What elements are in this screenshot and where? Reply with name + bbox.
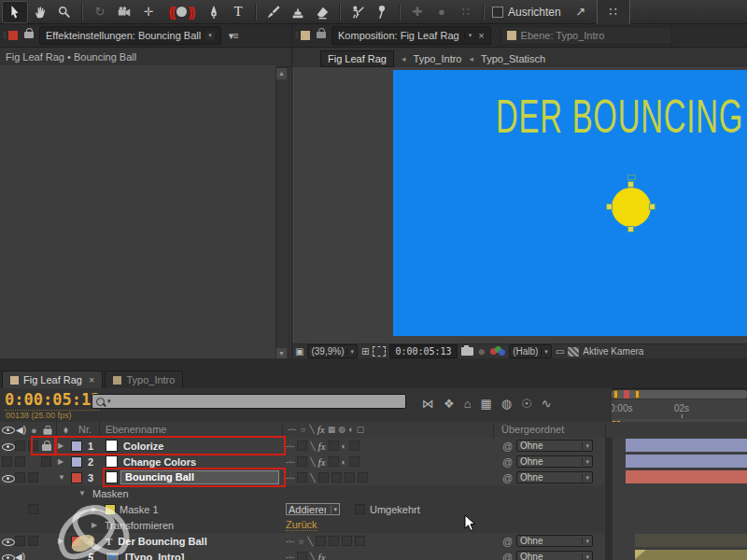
layer-track[interactable] xyxy=(605,454,747,469)
parent-dropdown[interactable]: Ohne▾ xyxy=(516,471,593,483)
show-snapshot-icon[interactable]: ☻ xyxy=(477,346,487,357)
threed-toggle[interactable] xyxy=(349,441,359,451)
draft-3d-icon[interactable]: ❖ xyxy=(444,397,455,411)
channel-icon[interactable] xyxy=(490,346,505,357)
visibility-eye-icon[interactable] xyxy=(2,554,15,560)
label-color-swatch[interactable] xyxy=(71,536,82,547)
number-column-label[interactable]: Nr. xyxy=(78,424,92,435)
timeline-search-input[interactable]: ▾ xyxy=(92,394,406,409)
effects-scrollbar[interactable]: ▲ ▼ xyxy=(275,67,289,360)
pan-behind-tool-icon[interactable]: ✛ xyxy=(136,2,161,22)
visibility-eye-icon[interactable] xyxy=(2,443,15,451)
frame-blend-toggle[interactable] xyxy=(329,536,339,546)
solo-toggle[interactable] xyxy=(28,536,38,546)
fx-icon[interactable]: fx xyxy=(318,441,326,452)
collapse-arrow-icon[interactable]: ▼ xyxy=(58,473,65,482)
quality-icon[interactable]: ╲ xyxy=(309,425,314,434)
transform-group-row[interactable]: ▶ Transformieren Zurück xyxy=(0,517,747,534)
panel-unlock-icon[interactable] xyxy=(317,32,326,39)
quality-icon[interactable]: ╲ xyxy=(310,473,315,483)
brush-tool-icon[interactable] xyxy=(261,2,286,22)
shy-icon[interactable]: -◦- xyxy=(288,425,296,434)
parent-dropdown[interactable]: Ohne▾ xyxy=(516,535,593,547)
quality-icon[interactable]: ╲ xyxy=(310,553,315,560)
shy-icon[interactable]: -◦- xyxy=(286,457,294,467)
layer-tab[interactable]: Ebene: Typo_Intro xyxy=(500,26,672,45)
breadcrumb-current[interactable]: Fig Leaf Rag xyxy=(320,50,394,67)
collapse-sun-icon[interactable]: ☼ xyxy=(299,425,306,434)
navigator-end-handle[interactable] xyxy=(635,390,640,399)
region-of-interest-icon[interactable] xyxy=(373,346,386,357)
fx-toggle[interactable] xyxy=(318,472,329,483)
expand-arrow-icon[interactable]: ▶ xyxy=(58,537,63,545)
ausrichten-checkbox[interactable] xyxy=(492,7,503,18)
fx-icon[interactable]: fx xyxy=(318,456,326,468)
tab-close-icon[interactable]: × xyxy=(89,374,94,385)
roto-brush-tool-icon[interactable] xyxy=(345,2,370,22)
quality-icon[interactable]: ╲ xyxy=(310,457,315,467)
mask-invert-checkbox[interactable] xyxy=(355,504,365,514)
layer-track[interactable] xyxy=(605,549,747,560)
mask-name[interactable]: Maske 1 xyxy=(120,501,159,517)
frame-blend-icon[interactable]: ▦ xyxy=(328,425,336,434)
eraser-tool-icon[interactable] xyxy=(310,2,334,22)
timeline-tab-active[interactable]: Fig Leaf Rag × xyxy=(2,371,103,388)
effect-controls-tab[interactable]: Effekteinstellungen: Bouncing Ball ▾ xyxy=(39,26,221,45)
masks-group-row[interactable]: ▼ Masken xyxy=(0,485,747,502)
mask-visibility-toggle[interactable] xyxy=(28,504,38,514)
graph-editor-icon[interactable]: ∿ xyxy=(542,397,552,411)
frame-blend-icon[interactable]: ▦ xyxy=(481,397,492,411)
pick-whip-icon[interactable]: @ xyxy=(502,438,513,454)
shy-icon[interactable]: -◦- xyxy=(286,537,294,546)
panel-grip-icon[interactable]: ⁞⁞ xyxy=(295,31,298,40)
time-ruler[interactable]: 0:00s 02s xyxy=(612,399,747,420)
layer-name[interactable]: Change Colors xyxy=(123,456,196,468)
layer-track[interactable] xyxy=(605,469,747,485)
adjustment-icon[interactable]: ◐ xyxy=(342,441,346,451)
visibility-eye-icon[interactable] xyxy=(2,475,15,483)
tab-close-icon[interactable]: × xyxy=(478,30,484,41)
ellipse-tool-icon[interactable]: (( )) xyxy=(161,2,202,22)
parent-column-label[interactable]: Übergeordnet xyxy=(501,424,564,435)
hide-shy-icon[interactable]: ⌂ xyxy=(464,397,472,411)
fx-icon[interactable]: fx xyxy=(318,552,326,560)
rotate-tool-icon[interactable]: ↻ xyxy=(88,2,112,22)
panel-lock-icon[interactable] xyxy=(24,32,34,39)
always-preview-icon[interactable]: ▣ xyxy=(295,346,303,357)
current-timecode[interactable]: 0:00:05:13 xyxy=(5,390,100,411)
transparency-grid-icon[interactable] xyxy=(568,347,579,357)
audio-column-speaker-icon[interactable]: ◀) xyxy=(16,425,26,435)
audio-toggle[interactable] xyxy=(15,536,25,546)
layer-row-4[interactable]: ▶ 4 TDer Bouncing Ball -◦-☼╲ @ Ohne▾ xyxy=(0,533,747,550)
collapse-toggle[interactable] xyxy=(297,456,307,467)
motion-blur-toggle[interactable] xyxy=(345,472,355,483)
layer-name[interactable]: [Typo_Intro] xyxy=(125,552,184,560)
audio-speaker-icon[interactable]: ◀) xyxy=(15,552,25,560)
pick-whip-icon[interactable]: @ xyxy=(502,533,513,549)
brainstorm-icon[interactable]: ☉ xyxy=(521,397,532,411)
label-color-swatch[interactable] xyxy=(71,456,82,468)
threed-toggle[interactable] xyxy=(358,472,368,483)
composition-viewer[interactable]: DER BOUNCING BALL xyxy=(292,67,747,343)
composition-tab[interactable]: Komposition: Fig Leaf Rag ▾ × xyxy=(331,26,491,45)
tab-dropdown-icon[interactable]: ▾ xyxy=(464,32,472,39)
collapse-toggle[interactable] xyxy=(297,552,307,560)
timeline-tab-inactive[interactable]: Typo_Intro xyxy=(105,371,183,388)
layer-track[interactable] xyxy=(605,438,747,454)
frame-blend-toggle[interactable] xyxy=(331,472,342,483)
layer-row-5[interactable]: ◀) 5 [Typo_Intro] -◦-╲fx @ Ohne▾ xyxy=(0,549,747,560)
masks-group-label[interactable]: Masken xyxy=(92,485,129,501)
expand-arrow-icon[interactable]: ▶ xyxy=(92,505,97,513)
selection-tool-icon[interactable] xyxy=(2,1,28,23)
visibility-eye-icon[interactable] xyxy=(2,539,15,546)
threed-toggle[interactable] xyxy=(355,536,365,546)
solo-toggle[interactable] xyxy=(28,472,38,483)
clone-stamp-tool-icon[interactable] xyxy=(286,2,310,22)
mask-color-swatch[interactable] xyxy=(105,504,116,515)
adjustment-icon[interactable]: ◐ xyxy=(348,425,353,434)
mask-mode-dropdown[interactable]: Addieren▾ xyxy=(286,503,340,515)
lock-toggle[interactable] xyxy=(41,456,51,467)
scroll-up-icon[interactable]: ▲ xyxy=(276,68,287,79)
text-tool-icon[interactable]: T xyxy=(226,2,250,22)
navigator-start-handle[interactable] xyxy=(613,390,618,399)
